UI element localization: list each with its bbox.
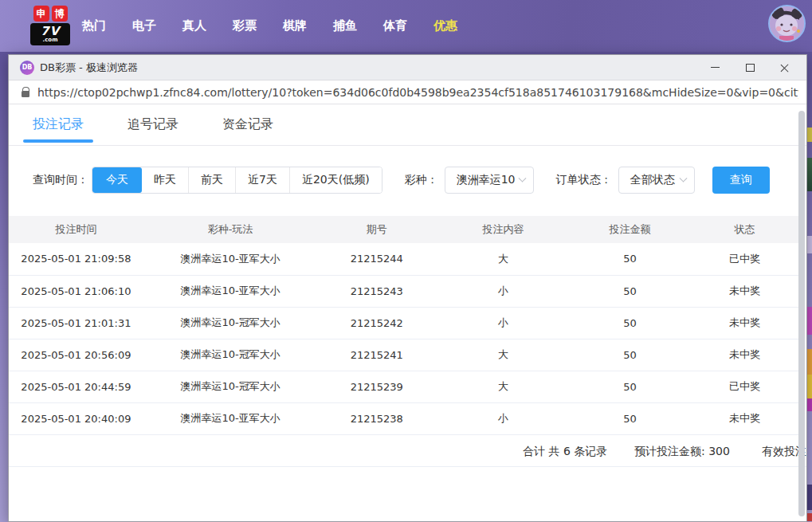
play-type-cell: 澳洲幸运10-冠军大小 xyxy=(143,307,317,339)
status-cell: 未中奖 xyxy=(689,339,800,371)
chevron-down-icon xyxy=(679,174,687,182)
logo-brand: 7V xyxy=(41,26,60,37)
table-row: 2025-05-01 21:01:31 澳洲幸运10-冠军大小 21215242… xyxy=(9,307,800,339)
tab-bet-records[interactable]: 投注记录 xyxy=(33,104,84,145)
browser-window: DB DB彩票 - 极速浏览器 https://ctop02pchwp1.zfn… xyxy=(8,54,807,522)
issue-cell: 21215242 xyxy=(317,307,436,339)
backdrop-sliver xyxy=(807,375,812,398)
minimize-icon xyxy=(711,67,720,68)
order-status-value: 全部状态 xyxy=(630,173,675,187)
summary-row: 合计 共 6 条记录 预计投注金额: 300 有效投注金 xyxy=(9,435,806,467)
time-filter-label: 查询时间： xyxy=(33,173,88,187)
table-row: 2025-05-01 21:09:58 澳洲幸运10-亚军大小 21215244… xyxy=(9,243,800,275)
order-status-select[interactable]: 全部状态 xyxy=(618,167,695,194)
time-option-today[interactable]: 今天 xyxy=(92,167,142,193)
tab-chase-records[interactable]: 追号记录 xyxy=(127,104,178,145)
maximize-icon xyxy=(746,64,755,72)
backdrop-sliver xyxy=(807,349,812,375)
bet-records-table: 投注时间 彩种-玩法 期号 投注内容 投注金额 状态 2025-05-01 21… xyxy=(9,216,800,435)
play-type-cell: 澳洲幸运10-亚军大小 xyxy=(143,402,317,434)
play-type-cell: 澳洲幸运10-冠军大小 xyxy=(143,339,317,371)
site-nav-items: 热门 电子 真人 彩票 棋牌 捕鱼 体育 优惠 xyxy=(82,0,457,52)
lottery-filter-label: 彩种： xyxy=(405,173,438,187)
db-favicon-icon: DB xyxy=(20,61,34,75)
amount-cell: 50 xyxy=(571,339,689,371)
logo-brand-suffix: .com xyxy=(43,37,58,43)
vertical-scrollbar[interactable] xyxy=(798,111,805,516)
nav-item-slots[interactable]: 电子 xyxy=(132,18,156,33)
content-cell: 小 xyxy=(436,275,571,307)
url-text[interactable]: https://ctop02pchwp1.zfnc84.com/lottery/… xyxy=(37,86,798,99)
col-content: 投注内容 xyxy=(436,216,571,243)
amount-cell: 50 xyxy=(571,371,689,402)
play-type-cell: 澳洲幸运10-冠军大小 xyxy=(143,371,317,402)
content-cell: 小 xyxy=(436,307,571,339)
backdrop-sliver xyxy=(807,307,812,335)
nav-item-sports[interactable]: 体育 xyxy=(383,18,407,33)
lock-icon xyxy=(22,91,29,97)
site-logo[interactable]: 申 博 7V .com xyxy=(30,6,70,45)
time-range-group: 今天 昨天 前天 近7天 近20天(低频) xyxy=(92,167,382,194)
time-option-yesterday[interactable]: 昨天 xyxy=(142,167,188,193)
content-cell: 大 xyxy=(436,243,571,275)
nav-item-lottery[interactable]: 彩票 xyxy=(233,18,257,33)
nav-item-live[interactable]: 真人 xyxy=(182,18,206,33)
maximize-button[interactable] xyxy=(744,62,755,73)
order-status-label: 订单状态： xyxy=(556,173,612,187)
nav-item-promo[interactable]: 优惠 xyxy=(433,18,457,33)
nav-item-fishing[interactable]: 捕鱼 xyxy=(333,18,357,33)
tab-fund-records[interactable]: 资金记录 xyxy=(222,104,273,145)
search-button[interactable]: 查询 xyxy=(712,167,770,194)
play-type-cell: 澳洲幸运10-亚军大小 xyxy=(143,275,317,307)
amount-cell: 50 xyxy=(571,402,689,434)
time-option-day-before[interactable]: 前天 xyxy=(188,167,235,193)
lottery-select[interactable]: 澳洲幸运10 xyxy=(445,167,534,194)
bet-time-cell: 2025-05-01 20:40:09 xyxy=(9,402,143,434)
bet-time-cell: 2025-05-01 20:44:59 xyxy=(9,371,143,402)
content-cell: 大 xyxy=(436,371,571,402)
close-icon xyxy=(780,63,790,73)
minimize-button[interactable] xyxy=(709,62,720,73)
bet-time-cell: 2025-05-01 21:06:10 xyxy=(9,275,143,307)
backdrop-sliver xyxy=(807,513,812,521)
chevron-down-icon xyxy=(518,174,526,182)
bet-time-cell: 2025-05-01 21:01:31 xyxy=(9,307,143,339)
issue-cell: 21215239 xyxy=(317,371,436,402)
record-tabs: 投注记录 追号记录 资金记录 xyxy=(9,104,806,146)
issue-cell: 21215243 xyxy=(317,275,436,307)
amount-cell: 50 xyxy=(571,275,689,307)
time-option-7days[interactable]: 近7天 xyxy=(235,167,289,193)
issue-cell: 21215244 xyxy=(317,243,436,275)
play-type-cell: 澳洲幸运10-亚军大小 xyxy=(143,243,317,275)
nav-item-cards[interactable]: 棋牌 xyxy=(283,18,307,33)
logo-brand-box: 7V .com xyxy=(30,23,70,45)
table-row: 2025-05-01 21:06:10 澳洲幸运10-亚军大小 21215243… xyxy=(9,275,800,307)
backdrop-sliver xyxy=(807,128,812,142)
col-play-type: 彩种-玩法 xyxy=(143,216,317,243)
bet-time-cell: 2025-05-01 20:56:09 xyxy=(9,339,143,371)
amount-cell: 50 xyxy=(571,307,689,339)
backdrop-sliver xyxy=(807,485,812,510)
logo-square-1: 申 xyxy=(33,6,49,22)
time-option-20days[interactable]: 近20天(低频) xyxy=(289,167,382,193)
summary-total: 合计 共 6 条记录 xyxy=(523,445,607,459)
close-button[interactable] xyxy=(779,62,790,73)
summary-expected-amount: 预计投注金额: 300 xyxy=(634,445,730,459)
col-amount: 投注金额 xyxy=(571,216,689,243)
window-titlebar[interactable]: DB DB彩票 - 极速浏览器 xyxy=(9,55,806,80)
status-cell: 未中奖 xyxy=(689,275,800,307)
nav-item-hot[interactable]: 热门 xyxy=(82,18,106,33)
window-title: DB彩票 - 极速浏览器 xyxy=(40,61,709,75)
address-bar[interactable]: https://ctop02pchwp1.zfnc84.com/lottery/… xyxy=(9,80,806,104)
table-row: 2025-05-01 20:56:09 澳洲幸运10-冠军大小 21215241… xyxy=(9,339,800,371)
col-issue: 期号 xyxy=(317,216,436,243)
status-cell: 已中奖 xyxy=(689,243,800,275)
issue-cell: 21215241 xyxy=(317,339,436,371)
table-row: 2025-05-01 20:40:09 澳洲幸运10-亚军大小 21215238… xyxy=(9,402,800,434)
content-cell: 大 xyxy=(436,339,571,371)
lottery-select-value: 澳洲幸运10 xyxy=(457,173,516,187)
col-bet-time: 投注时间 xyxy=(9,216,143,243)
user-avatar[interactable] xyxy=(768,5,806,42)
content-cell: 小 xyxy=(436,402,571,434)
backdrop-sliver xyxy=(807,236,812,253)
